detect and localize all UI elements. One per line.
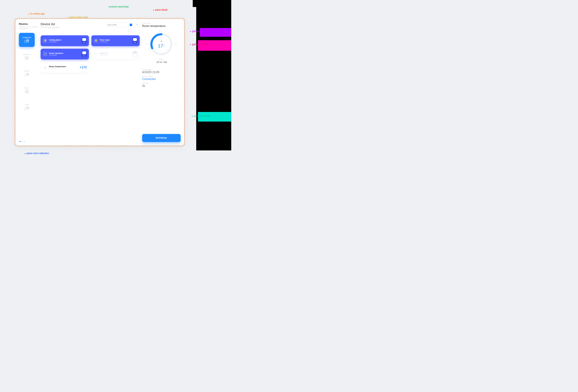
hs-webjs-app: Rooms Select the room you want filter th… bbox=[16, 19, 184, 145]
switch-label: Off bbox=[132, 51, 138, 53]
controls-refresh[interactable]: REFRESH bbox=[142, 134, 181, 142]
anno-searchbar: controls-searchbar bbox=[108, 5, 129, 8]
card-name: Ceiling light 1 bbox=[49, 39, 80, 41]
rooms-subtitle: Select the room you want filter the gadg… bbox=[19, 26, 38, 30]
alias-label: Device alias bbox=[142, 22, 181, 24]
gadget-card-room-temperature[interactable]: ◌ Room temperature Connected +17C bbox=[41, 62, 89, 73]
card-status: Connected bbox=[100, 41, 130, 43]
poll-rate-label: Poll rate bbox=[142, 82, 181, 84]
temperature-gauge[interactable]: 🌡 17°C 20 °C -20C 30°C bbox=[148, 31, 175, 57]
room-card-cellar[interactable]: Cellar bbox=[19, 100, 35, 114]
search-submit-icon[interactable] bbox=[130, 24, 132, 26]
room-label: Cellar bbox=[25, 104, 29, 106]
anno-refresh: controls-refresh bbox=[192, 115, 211, 117]
poll-rate-value: 3s bbox=[142, 84, 181, 87]
gauge-tick-right: 30°C bbox=[175, 44, 178, 45]
gauge-tick-left: -20C bbox=[145, 44, 148, 45]
range-label: Range bbox=[159, 58, 164, 60]
gadget-card-smart-tv[interactable]: ▢ Smart TV Connected Off bbox=[91, 49, 140, 59]
refresh-label: REFRESH bbox=[156, 137, 167, 139]
room-label: Livingroom bbox=[23, 37, 31, 39]
last-update-label: Last update bbox=[142, 69, 181, 71]
gadget-card-control[interactable]: On bbox=[81, 51, 87, 57]
anno-app: hs-webjs-app bbox=[28, 12, 45, 15]
room-icon bbox=[25, 90, 29, 93]
thermometer-icon: 🌡 bbox=[160, 40, 162, 43]
anno-room-pane: pane-room-selection bbox=[25, 152, 49, 155]
pane-gadget-list: Device list All the available gadgets Ty… bbox=[41, 22, 140, 142]
room-card-livingroom[interactable]: Livingroom bbox=[19, 33, 35, 47]
card-name: Smart speakers bbox=[49, 52, 80, 54]
pager-dot[interactable] bbox=[24, 141, 25, 142]
gadget-card-floor-lamp[interactable]: 💡 Floor lamp Connected On bbox=[91, 35, 140, 46]
gadget-control: 🌡 17°C 20 °C -20C 30°C Range -20 to +60 bbox=[142, 31, 181, 63]
pane-room-selection: Rooms Select the room you want filter th… bbox=[19, 22, 38, 142]
device-list-subtitle: All the available gadgets bbox=[41, 26, 106, 28]
room-card-bedroom[interactable]: Bedroom bbox=[19, 50, 35, 64]
room-label: Office bbox=[25, 87, 29, 89]
card-status: Connected bbox=[49, 68, 78, 69]
room-icon bbox=[25, 56, 29, 60]
thermometer-icon: ◌ bbox=[43, 65, 47, 69]
sensor-status-value: Connected bbox=[142, 78, 181, 81]
room-icon bbox=[24, 73, 29, 77]
gadget-control-compact-switch[interactable]: On bbox=[132, 38, 138, 44]
sensor-status-label: Sensor status bbox=[142, 76, 181, 78]
search-input[interactable]: Type to filter bbox=[106, 22, 134, 27]
gauge-value: 17 bbox=[158, 43, 163, 48]
gauge-unit: °C bbox=[163, 45, 165, 46]
search-placeholder: Type to filter bbox=[107, 24, 117, 26]
card-name: Floor lamp bbox=[100, 39, 130, 41]
room-icon bbox=[24, 40, 29, 43]
anno-detail-name: gadget-detail-name bbox=[190, 30, 213, 33]
last-update-value: 4/10/20 13:20 bbox=[142, 71, 181, 74]
room-label: Kitchen bbox=[24, 70, 30, 72]
gauge-tick-top: 20 °C bbox=[159, 31, 162, 32]
pager-dot[interactable] bbox=[22, 141, 23, 142]
device-list-title: Device list bbox=[41, 22, 106, 26]
gadget-card-control[interactable]: On bbox=[81, 38, 87, 44]
gadget-card-smart-speakers[interactable]: 🔊 Smart speakers Connected On bbox=[41, 49, 89, 59]
light-icon: 💡 bbox=[94, 39, 98, 43]
controls-pager[interactable] bbox=[19, 141, 38, 142]
speaker-icon: 🔊 bbox=[43, 52, 47, 56]
sensor-value: +17C bbox=[80, 66, 87, 69]
room-label: Bedroom bbox=[23, 53, 30, 55]
pane-active-area: Device list All the available gadgets Ty… bbox=[41, 22, 181, 142]
reset-icon: ⟳ bbox=[136, 24, 138, 26]
controls-reset[interactable]: ⟳ bbox=[135, 22, 140, 27]
card-name: Room temperature bbox=[49, 65, 78, 68]
rooms-title: Rooms bbox=[19, 22, 38, 25]
controls-searchbar: Type to filter ⟳ bbox=[106, 22, 140, 27]
room-icon bbox=[24, 107, 29, 110]
anno-active-area: pane-active-area bbox=[67, 16, 88, 19]
switch-label: On bbox=[82, 55, 87, 57]
room-list: Livingroom Bedroom Kitchen Office Cellar bbox=[19, 33, 38, 114]
light-icon: 💡 bbox=[43, 39, 47, 43]
room-card-office[interactable]: Office bbox=[19, 83, 35, 97]
gadget-card-control[interactable]: Off bbox=[132, 51, 138, 57]
gadget-detail-name: Device alias Room temperature bbox=[142, 22, 181, 28]
anno-detail-control: gadget-control bbox=[190, 43, 208, 46]
pane-detail: Device alias Room temperature 🌡 17°C 20 … bbox=[142, 22, 181, 142]
room-card-kitchen[interactable]: Kitchen bbox=[19, 66, 35, 81]
anno-detail: pane-detail bbox=[153, 8, 167, 11]
tv-icon: ▢ bbox=[94, 52, 98, 56]
switch-label: On bbox=[132, 42, 138, 44]
card-name: Smart TV bbox=[100, 52, 130, 54]
card-status: Connected bbox=[49, 54, 80, 56]
alias-value: Room temperature bbox=[142, 25, 181, 28]
card-status: Connected bbox=[100, 54, 130, 56]
range-value: -20 to +60 bbox=[156, 61, 167, 63]
pager-dot[interactable] bbox=[20, 141, 21, 142]
card-status: Connected bbox=[49, 41, 80, 43]
switch-label: On bbox=[82, 42, 87, 44]
gadget-card-ceiling-light[interactable]: 💡 Ceiling light 1 Connected On bbox=[41, 35, 89, 46]
